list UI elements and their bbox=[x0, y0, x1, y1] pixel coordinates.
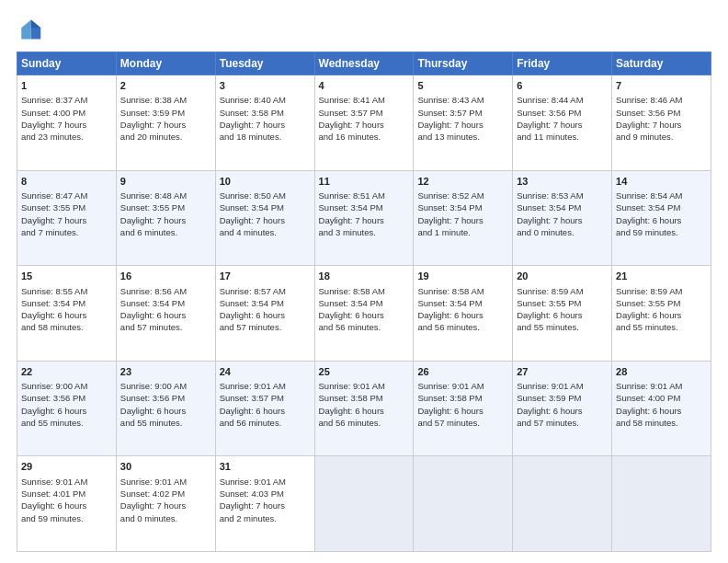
day-info-line: Sunset: 3:55 PM bbox=[21, 201, 112, 213]
day-number: 17 bbox=[220, 270, 311, 283]
day-info-line: Sunrise: 8:40 AM bbox=[220, 94, 311, 106]
day-info-line: Daylight: 7 hours bbox=[120, 214, 211, 226]
calendar-cell: 9Sunrise: 8:48 AMSunset: 3:55 PMDaylight… bbox=[116, 170, 215, 266]
calendar-cell bbox=[414, 456, 513, 552]
calendar-cell: 10Sunrise: 8:50 AMSunset: 3:54 PMDayligh… bbox=[215, 170, 314, 266]
calendar-body: 1Sunrise: 8:37 AMSunset: 4:00 PMDaylight… bbox=[17, 75, 711, 552]
day-number: 29 bbox=[21, 460, 112, 474]
day-info-line: Sunrise: 8:51 AM bbox=[319, 190, 410, 201]
day-number: 23 bbox=[120, 365, 211, 379]
calendar-cell: 8Sunrise: 8:47 AMSunset: 3:55 PMDaylight… bbox=[17, 170, 117, 266]
day-number: 20 bbox=[517, 270, 608, 283]
calendar-cell: 22Sunrise: 9:00 AMSunset: 3:56 PMDayligh… bbox=[17, 361, 117, 456]
week-row-3: 15Sunrise: 8:55 AMSunset: 3:54 PMDayligh… bbox=[17, 266, 711, 362]
calendar-cell: 23Sunrise: 9:00 AMSunset: 3:56 PMDayligh… bbox=[116, 361, 215, 456]
calendar-cell: 1Sunrise: 8:37 AMSunset: 4:00 PMDaylight… bbox=[17, 75, 117, 171]
day-info-line: and 55 minutes. bbox=[517, 321, 608, 333]
day-info-line: Sunset: 3:54 PM bbox=[319, 297, 410, 309]
day-info-line: Daylight: 6 hours bbox=[319, 405, 410, 417]
day-info-line: and 16 minutes. bbox=[319, 131, 410, 143]
calendar-cell: 18Sunrise: 8:58 AMSunset: 3:54 PMDayligh… bbox=[314, 266, 414, 362]
day-info-line: Daylight: 7 hours bbox=[616, 119, 707, 131]
day-info-line: and 56 minutes. bbox=[417, 321, 508, 333]
calendar-cell: 4Sunrise: 8:41 AMSunset: 3:57 PMDaylight… bbox=[314, 75, 414, 171]
day-info-line: Sunrise: 8:44 AM bbox=[517, 94, 608, 106]
day-info-line: Sunrise: 9:01 AM bbox=[21, 476, 112, 488]
day-info-line: Daylight: 7 hours bbox=[120, 119, 211, 131]
calendar-cell: 17Sunrise: 8:57 AMSunset: 3:54 PMDayligh… bbox=[215, 266, 314, 362]
calendar-header-row: SundayMondayTuesdayWednesdayThursdayFrid… bbox=[17, 52, 711, 75]
day-info-line: Daylight: 7 hours bbox=[220, 214, 311, 226]
day-info-line: Sunrise: 9:01 AM bbox=[616, 380, 707, 392]
day-info-line: Daylight: 7 hours bbox=[220, 500, 311, 511]
day-info-line: and 18 minutes. bbox=[220, 131, 311, 143]
day-number: 28 bbox=[616, 365, 707, 379]
day-info-line: Sunrise: 9:01 AM bbox=[220, 380, 311, 392]
day-header-wednesday: Wednesday bbox=[314, 52, 414, 75]
day-info-line: Sunset: 4:02 PM bbox=[120, 488, 211, 500]
day-info-line: Sunset: 3:54 PM bbox=[220, 297, 311, 309]
day-info-line: Sunset: 3:58 PM bbox=[319, 392, 410, 404]
day-number: 4 bbox=[319, 79, 410, 93]
calendar-cell: 14Sunrise: 8:54 AMSunset: 3:54 PMDayligh… bbox=[612, 170, 711, 266]
day-info-line: Sunset: 3:58 PM bbox=[220, 107, 311, 119]
day-info-line: Sunset: 3:56 PM bbox=[21, 392, 112, 404]
day-info-line: Sunrise: 8:46 AM bbox=[616, 94, 707, 106]
week-row-2: 8Sunrise: 8:47 AMSunset: 3:55 PMDaylight… bbox=[17, 170, 711, 266]
calendar-cell: 11Sunrise: 8:51 AMSunset: 3:54 PMDayligh… bbox=[314, 170, 414, 266]
day-info-line: Daylight: 6 hours bbox=[517, 405, 608, 417]
day-info-line: Sunrise: 9:01 AM bbox=[417, 380, 508, 392]
calendar-cell: 30Sunrise: 9:01 AMSunset: 4:02 PMDayligh… bbox=[116, 456, 215, 552]
calendar-cell: 12Sunrise: 8:52 AMSunset: 3:54 PMDayligh… bbox=[414, 170, 513, 266]
day-header-tuesday: Tuesday bbox=[215, 52, 314, 75]
day-info-line: Sunset: 3:55 PM bbox=[120, 201, 211, 213]
day-info-line: and 13 minutes. bbox=[417, 131, 508, 143]
logo bbox=[17, 17, 46, 42]
day-info-line: Sunset: 4:01 PM bbox=[21, 488, 112, 500]
day-number: 9 bbox=[120, 175, 211, 189]
day-info-line: Daylight: 7 hours bbox=[220, 119, 311, 131]
day-info-line: Sunrise: 8:37 AM bbox=[21, 94, 112, 106]
day-info-line: Sunrise: 8:54 AM bbox=[616, 190, 707, 201]
day-header-friday: Friday bbox=[513, 52, 612, 75]
day-info-line: Sunrise: 8:50 AM bbox=[220, 190, 311, 201]
day-number: 25 bbox=[319, 365, 410, 379]
day-info-line: Daylight: 6 hours bbox=[616, 214, 707, 226]
calendar-cell: 15Sunrise: 8:55 AMSunset: 3:54 PMDayligh… bbox=[17, 266, 117, 362]
day-info-line: Sunrise: 9:01 AM bbox=[517, 380, 608, 392]
day-info-line: Sunrise: 9:00 AM bbox=[120, 380, 211, 392]
day-info-line: and 11 minutes. bbox=[517, 131, 608, 143]
day-number: 14 bbox=[616, 175, 707, 189]
day-info-line: and 2 minutes. bbox=[220, 512, 311, 524]
day-info-line: Sunrise: 8:59 AM bbox=[517, 285, 608, 297]
day-info-line: Daylight: 6 hours bbox=[21, 405, 112, 417]
day-number: 3 bbox=[220, 79, 311, 93]
day-number: 21 bbox=[616, 270, 707, 283]
day-info-line: and 7 minutes. bbox=[21, 226, 112, 238]
day-info-line: Sunrise: 8:47 AM bbox=[21, 190, 112, 201]
day-info-line: Daylight: 6 hours bbox=[21, 309, 112, 321]
day-info-line: and 56 minutes. bbox=[319, 417, 410, 429]
calendar-cell: 19Sunrise: 8:58 AMSunset: 3:54 PMDayligh… bbox=[414, 266, 513, 362]
page: SundayMondayTuesdayWednesdayThursdayFrid… bbox=[0, 0, 728, 563]
svg-marker-2 bbox=[31, 20, 41, 29]
day-info-line: Sunset: 3:57 PM bbox=[220, 392, 311, 404]
day-info-line: Sunset: 3:54 PM bbox=[21, 297, 112, 309]
calendar-cell bbox=[513, 456, 612, 552]
week-row-5: 29Sunrise: 9:01 AMSunset: 4:01 PMDayligh… bbox=[17, 456, 711, 552]
week-row-1: 1Sunrise: 8:37 AMSunset: 4:00 PMDaylight… bbox=[17, 75, 711, 171]
day-info-line: Sunset: 3:57 PM bbox=[319, 107, 410, 119]
calendar-cell: 5Sunrise: 8:43 AMSunset: 3:57 PMDaylight… bbox=[414, 75, 513, 171]
day-info-line: and 57 minutes. bbox=[120, 321, 211, 333]
day-info-line: Daylight: 6 hours bbox=[220, 309, 311, 321]
day-info-line: Sunrise: 9:01 AM bbox=[220, 476, 311, 488]
day-info-line: Sunset: 3:56 PM bbox=[120, 392, 211, 404]
day-info-line: Sunrise: 8:58 AM bbox=[417, 285, 508, 297]
day-info-line: and 57 minutes. bbox=[220, 321, 311, 333]
day-number: 16 bbox=[120, 270, 211, 283]
day-info-line: Sunset: 4:00 PM bbox=[616, 392, 707, 404]
calendar-cell: 21Sunrise: 8:59 AMSunset: 3:55 PMDayligh… bbox=[612, 266, 711, 362]
day-info-line: Sunset: 3:58 PM bbox=[417, 392, 508, 404]
day-info-line: Sunset: 3:59 PM bbox=[120, 107, 211, 119]
day-header-sunday: Sunday bbox=[17, 52, 117, 75]
